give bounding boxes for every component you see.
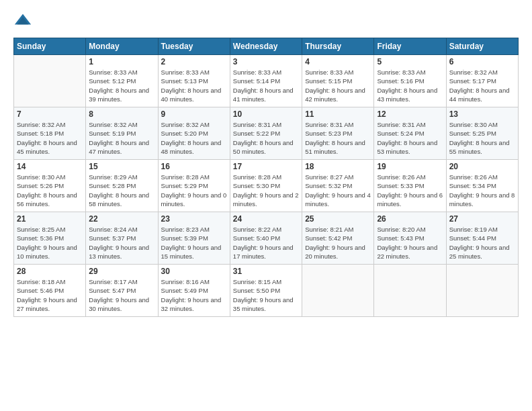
day-info: Sunrise: 8:20 AMSunset: 5:43 PMDaylight:… — [377, 225, 443, 261]
day-info: Sunrise: 8:22 AMSunset: 5:40 PMDaylight:… — [233, 225, 299, 261]
day-number: 5 — [377, 57, 443, 66]
day-info: Sunrise: 8:24 AMSunset: 5:37 PMDaylight:… — [89, 225, 154, 261]
calendar-cell: 5Sunrise: 8:33 AMSunset: 5:16 PMDaylight… — [374, 55, 446, 107]
day-info: Sunrise: 8:17 AMSunset: 5:47 PMDaylight:… — [89, 277, 154, 313]
day-info: Sunrise: 8:21 AMSunset: 5:42 PMDaylight:… — [305, 225, 371, 261]
weekday-header-saturday: Saturday — [446, 38, 518, 55]
calendar-cell: 8Sunrise: 8:32 AMSunset: 5:19 PMDaylight… — [86, 107, 158, 160]
weekday-header-monday: Monday — [86, 38, 158, 55]
day-info: Sunrise: 8:26 AMSunset: 5:33 PMDaylight:… — [377, 173, 443, 208]
day-number: 22 — [89, 214, 154, 224]
day-number: 9 — [161, 109, 227, 119]
calendar-cell: 2Sunrise: 8:33 AMSunset: 5:13 PMDaylight… — [158, 55, 230, 107]
calendar-cell — [14, 55, 86, 107]
day-number: 10 — [233, 109, 299, 119]
day-info: Sunrise: 8:31 AMSunset: 5:24 PMDaylight:… — [377, 120, 443, 156]
calendar-cell — [302, 265, 374, 317]
calendar-cell: 4Sunrise: 8:33 AMSunset: 5:15 PMDaylight… — [302, 55, 374, 107]
week-row-1: 7Sunrise: 8:32 AMSunset: 5:18 PMDaylight… — [14, 107, 519, 160]
week-row-2: 14Sunrise: 8:30 AMSunset: 5:26 PMDayligh… — [14, 160, 519, 212]
day-info: Sunrise: 8:25 AMSunset: 5:36 PMDaylight:… — [17, 225, 83, 261]
day-info: Sunrise: 8:33 AMSunset: 5:13 PMDaylight:… — [161, 68, 227, 103]
day-info: Sunrise: 8:27 AMSunset: 5:32 PMDaylight:… — [305, 173, 371, 208]
day-number: 31 — [233, 267, 299, 276]
day-number: 28 — [17, 267, 83, 276]
day-info: Sunrise: 8:30 AMSunset: 5:26 PMDaylight:… — [17, 173, 83, 208]
calendar-cell: 19Sunrise: 8:26 AMSunset: 5:33 PMDayligh… — [374, 160, 446, 212]
day-number: 8 — [89, 109, 154, 119]
day-number: 23 — [161, 214, 227, 224]
week-row-3: 21Sunrise: 8:25 AMSunset: 5:36 PMDayligh… — [14, 212, 519, 265]
calendar-cell: 22Sunrise: 8:24 AMSunset: 5:37 PMDayligh… — [86, 212, 158, 265]
calendar-cell: 29Sunrise: 8:17 AMSunset: 5:47 PMDayligh… — [86, 265, 158, 317]
day-number: 2 — [161, 57, 227, 66]
day-info: Sunrise: 8:31 AMSunset: 5:22 PMDaylight:… — [233, 120, 299, 156]
calendar-cell: 11Sunrise: 8:31 AMSunset: 5:23 PMDayligh… — [302, 107, 374, 160]
day-number: 4 — [305, 57, 371, 66]
weekday-header-friday: Friday — [374, 38, 446, 55]
day-number: 7 — [17, 109, 83, 119]
day-info: Sunrise: 8:31 AMSunset: 5:23 PMDaylight:… — [305, 120, 371, 156]
week-row-0: 1Sunrise: 8:33 AMSunset: 5:12 PMDaylight… — [14, 55, 519, 107]
day-number: 16 — [161, 162, 227, 171]
day-number: 1 — [89, 57, 154, 66]
day-number: 27 — [449, 214, 515, 224]
day-number: 11 — [305, 109, 371, 119]
logo — [13, 11, 35, 30]
day-info: Sunrise: 8:19 AMSunset: 5:44 PMDaylight:… — [449, 225, 515, 261]
calendar-cell: 26Sunrise: 8:20 AMSunset: 5:43 PMDayligh… — [374, 212, 446, 265]
weekday-header-thursday: Thursday — [302, 38, 374, 55]
day-info: Sunrise: 8:32 AMSunset: 5:18 PMDaylight:… — [17, 120, 83, 156]
calendar-cell: 21Sunrise: 8:25 AMSunset: 5:36 PMDayligh… — [14, 212, 86, 265]
calendar-cell: 7Sunrise: 8:32 AMSunset: 5:18 PMDaylight… — [14, 107, 86, 160]
day-number: 18 — [305, 162, 371, 171]
calendar-cell: 3Sunrise: 8:33 AMSunset: 5:14 PMDaylight… — [230, 55, 302, 107]
day-number: 26 — [377, 214, 443, 224]
day-info: Sunrise: 8:33 AMSunset: 5:14 PMDaylight:… — [233, 68, 299, 103]
day-number: 13 — [449, 109, 515, 119]
calendar-cell — [374, 265, 446, 317]
day-info: Sunrise: 8:32 AMSunset: 5:19 PMDaylight:… — [89, 120, 154, 156]
day-number: 3 — [233, 57, 299, 66]
calendar-cell: 31Sunrise: 8:15 AMSunset: 5:50 PMDayligh… — [230, 265, 302, 317]
day-number: 29 — [89, 267, 154, 276]
calendar-cell: 25Sunrise: 8:21 AMSunset: 5:42 PMDayligh… — [302, 212, 374, 265]
calendar-cell: 6Sunrise: 8:32 AMSunset: 5:17 PMDaylight… — [446, 55, 518, 107]
day-number: 17 — [233, 162, 299, 171]
calendar-cell: 17Sunrise: 8:28 AMSunset: 5:30 PMDayligh… — [230, 160, 302, 212]
week-row-4: 28Sunrise: 8:18 AMSunset: 5:46 PMDayligh… — [14, 265, 519, 317]
calendar-cell: 1Sunrise: 8:33 AMSunset: 5:12 PMDaylight… — [86, 55, 158, 107]
calendar-cell: 28Sunrise: 8:18 AMSunset: 5:46 PMDayligh… — [14, 265, 86, 317]
day-info: Sunrise: 8:23 AMSunset: 5:39 PMDaylight:… — [161, 225, 227, 261]
day-info: Sunrise: 8:33 AMSunset: 5:16 PMDaylight:… — [377, 68, 443, 103]
day-info: Sunrise: 8:29 AMSunset: 5:28 PMDaylight:… — [89, 173, 154, 208]
day-number: 25 — [305, 214, 371, 224]
day-info: Sunrise: 8:28 AMSunset: 5:30 PMDaylight:… — [233, 173, 299, 208]
day-info: Sunrise: 8:32 AMSunset: 5:20 PMDaylight:… — [161, 120, 227, 156]
day-info: Sunrise: 8:16 AMSunset: 5:49 PMDaylight:… — [161, 277, 227, 313]
day-number: 15 — [89, 162, 154, 171]
day-info: Sunrise: 8:33 AMSunset: 5:12 PMDaylight:… — [89, 68, 154, 103]
day-number: 20 — [449, 162, 515, 171]
day-number: 14 — [17, 162, 83, 171]
weekday-header-tuesday: Tuesday — [158, 38, 230, 55]
weekday-header-sunday: Sunday — [14, 38, 86, 55]
day-number: 30 — [161, 267, 227, 276]
day-number: 12 — [377, 109, 443, 119]
day-info: Sunrise: 8:30 AMSunset: 5:25 PMDaylight:… — [449, 120, 515, 156]
day-number: 6 — [449, 57, 515, 66]
day-info: Sunrise: 8:32 AMSunset: 5:17 PMDaylight:… — [449, 68, 515, 103]
day-info: Sunrise: 8:15 AMSunset: 5:50 PMDaylight:… — [233, 277, 299, 313]
day-info: Sunrise: 8:18 AMSunset: 5:46 PMDaylight:… — [17, 277, 83, 313]
calendar-cell: 27Sunrise: 8:19 AMSunset: 5:44 PMDayligh… — [446, 212, 518, 265]
calendar-cell: 9Sunrise: 8:32 AMSunset: 5:20 PMDaylight… — [158, 107, 230, 160]
calendar-cell: 12Sunrise: 8:31 AMSunset: 5:24 PMDayligh… — [374, 107, 446, 160]
logo-icon — [13, 11, 32, 30]
calendar-cell: 13Sunrise: 8:30 AMSunset: 5:25 PMDayligh… — [446, 107, 518, 160]
calendar-cell: 23Sunrise: 8:23 AMSunset: 5:39 PMDayligh… — [158, 212, 230, 265]
day-info: Sunrise: 8:33 AMSunset: 5:15 PMDaylight:… — [305, 68, 371, 103]
day-info: Sunrise: 8:26 AMSunset: 5:34 PMDaylight:… — [449, 173, 515, 208]
calendar-cell: 15Sunrise: 8:29 AMSunset: 5:28 PMDayligh… — [86, 160, 158, 212]
header-row: SundayMondayTuesdayWednesdayThursdayFrid… — [14, 38, 519, 55]
day-number: 24 — [233, 214, 299, 224]
